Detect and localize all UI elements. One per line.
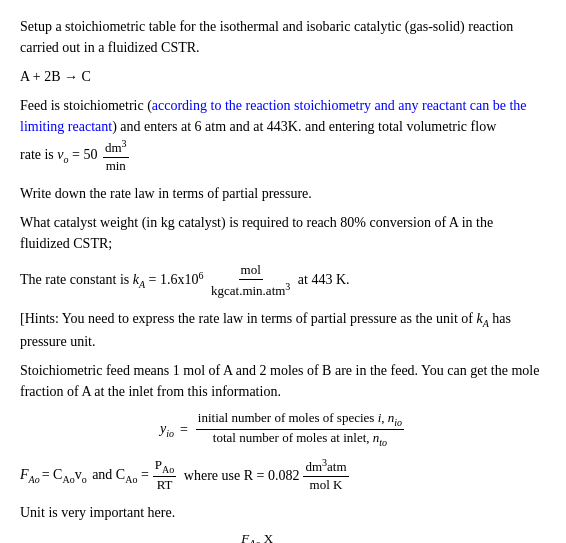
reaction-text: A + 2B → C bbox=[20, 66, 546, 87]
feed-desc-part1: Feed is stoichiometric ( bbox=[20, 98, 152, 113]
hint-text: [Hints: You need to express the rate law… bbox=[20, 308, 546, 352]
yio-equals: = bbox=[180, 419, 188, 440]
stoich-text: Stoichiometric feed means 1 mol of A and… bbox=[20, 360, 546, 402]
rate-law-section: Write down the rate law in terms of part… bbox=[20, 183, 546, 204]
fao-eq1: = CAovo bbox=[42, 464, 87, 487]
cao-denominator: RT bbox=[155, 477, 175, 494]
yio-symbol: yio bbox=[160, 418, 174, 441]
ka-ref: kA bbox=[476, 311, 488, 326]
design-eq-section: Fluidized CSTR design equation, W = FAo … bbox=[20, 531, 546, 543]
stoich-section: Stoichiometric feed means 1 mol of A and… bbox=[20, 360, 546, 402]
design-fraction: FAo X −rA|exit bbox=[237, 531, 277, 543]
r-numerator: dm3atm bbox=[303, 456, 348, 477]
ka-denominator: kgcat.min.atm3 bbox=[209, 280, 292, 300]
cao-fraction: PAo RT bbox=[153, 457, 176, 493]
ka-numerator: mol bbox=[239, 262, 263, 280]
catalyst-text: What catalyst weight (in kg catalyst) is… bbox=[20, 212, 546, 254]
r-fraction: dm3atm mol K bbox=[303, 456, 348, 494]
r-denominator: mol K bbox=[308, 477, 345, 494]
rate-constant-section: The rate constant is kA = 1.6x106 mol kg… bbox=[20, 262, 546, 300]
design-eq-line: Fluidized CSTR design equation, W = FAo … bbox=[20, 531, 546, 543]
feed-rate-line: rate is vo = 50 dm3 min bbox=[20, 137, 546, 175]
fao-line: FAo = CAovo and CAo = PAo RT where use R… bbox=[20, 456, 546, 494]
hints-section: [Hints: You need to express the rate law… bbox=[20, 308, 546, 352]
unit-text: Unit is very important here. bbox=[20, 502, 546, 523]
feed-text: Feed is stoichiometric (according to the… bbox=[20, 95, 546, 137]
rate-law-text: Write down the rate law in terms of part… bbox=[20, 183, 546, 204]
vo-numerator: dm3 bbox=[103, 137, 129, 158]
yio-numerator: initial number of moles of species i, ni… bbox=[196, 410, 404, 430]
fao-section: FAo = CAovo and CAo = PAo RT where use R… bbox=[20, 456, 546, 494]
yio-denominator: total number of moles at inlet, nto bbox=[211, 430, 389, 449]
yio-equation: yio = initial number of moles of species… bbox=[20, 410, 546, 448]
intro-text: Setup a stoichiometric table for the iso… bbox=[20, 16, 546, 58]
fao-symbol: FAo bbox=[20, 464, 40, 487]
where-r: where use R = 0.082 bbox=[180, 465, 299, 486]
vo-denominator: min bbox=[104, 158, 128, 175]
fao-and: and CAo = bbox=[89, 464, 149, 487]
catalyst-section: What catalyst weight (in kg catalyst) is… bbox=[20, 212, 546, 254]
feed-desc-part2: ) and enters at 6 atm and at 443K. and e… bbox=[112, 119, 496, 134]
vo-symbol: vo bbox=[57, 147, 68, 162]
main-content: Setup a stoichiometric table for the iso… bbox=[20, 16, 546, 543]
vo-fraction: dm3 min bbox=[103, 137, 129, 175]
rate-constant-line: The rate constant is kA = 1.6x106 mol kg… bbox=[20, 262, 546, 300]
feed-section: Feed is stoichiometric (according to the… bbox=[20, 95, 546, 175]
ka-symbol: kA bbox=[133, 272, 145, 287]
reaction-section: A + 2B → C bbox=[20, 66, 546, 87]
unit-section: Unit is very important here. bbox=[20, 502, 546, 523]
design-numerator: FAo X bbox=[239, 531, 275, 543]
ka-fraction: mol kgcat.min.atm3 bbox=[209, 262, 292, 300]
yio-fraction: initial number of moles of species i, ni… bbox=[196, 410, 404, 448]
cao-numerator: PAo bbox=[153, 457, 176, 477]
intro-section: Setup a stoichiometric table for the iso… bbox=[20, 16, 546, 58]
